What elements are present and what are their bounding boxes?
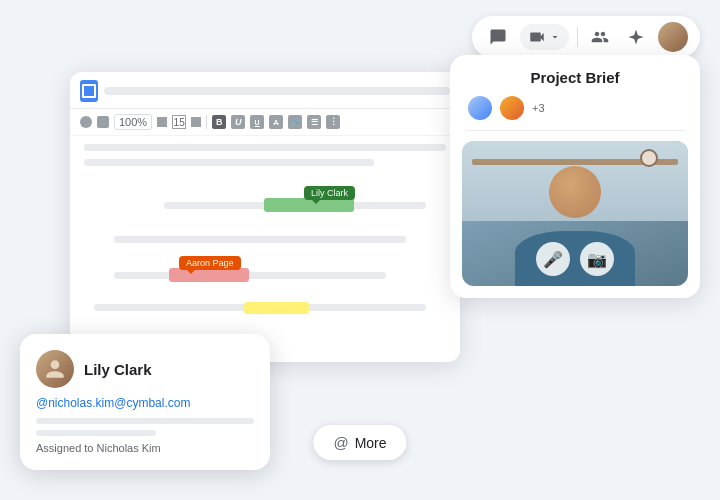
gantt-bg-3 <box>114 272 386 279</box>
doc-line-1 <box>84 144 446 151</box>
person-face <box>549 166 601 218</box>
undo-icon[interactable] <box>97 116 109 128</box>
minus-icon[interactable] <box>157 117 167 127</box>
avatar-1 <box>466 94 494 122</box>
more-options-button[interactable]: ⋮ <box>326 115 340 129</box>
avatar-1-img <box>468 96 492 120</box>
cam-icon: 📷 <box>587 250 607 269</box>
bold-button[interactable]: B <box>212 115 226 129</box>
gantt-bar-yellow <box>244 302 309 314</box>
meet-divider <box>466 130 684 131</box>
underline-button[interactable]: U <box>250 115 264 129</box>
gantt-row-aaron: Aaron Page <box>84 256 446 294</box>
toolbar-separator <box>577 27 578 47</box>
doc-header <box>70 72 460 109</box>
more-button[interactable]: @ More <box>313 425 406 460</box>
font-size-box[interactable]: 15 <box>172 115 186 129</box>
link-button[interactable]: 🔗 <box>288 115 302 129</box>
aaron-page-label: Aaron Page <box>179 256 241 270</box>
contact-name: Lily Clark <box>84 361 152 378</box>
toolbar-sep-1 <box>206 115 207 129</box>
top-toolbar <box>472 16 700 58</box>
zoom-level[interactable]: 100% <box>114 114 152 130</box>
gantt-chart: Lily Clark Aaron Page <box>70 182 460 312</box>
gantt-row-lily: Lily Clark <box>84 186 446 224</box>
doc-panel: 100% 15 B U U A 🔗 ☰ ⋮ Lily Clark Aa <box>70 72 460 362</box>
contact-card: Lily Clark @nicholas.kim@cymbal.com Assi… <box>20 334 270 470</box>
doc-toolbar-row: 100% 15 B U U A 🔗 ☰ ⋮ <box>70 109 460 136</box>
sparkle-icon-button[interactable] <box>622 23 650 51</box>
contact-email[interactable]: @nicholas.kim@cymbal.com <box>36 396 254 410</box>
mic-icon: 🎤 <box>543 250 563 269</box>
doc-content-area <box>70 136 460 182</box>
strikethrough-button[interactable]: A <box>269 115 283 129</box>
avatar-2 <box>498 94 526 122</box>
search-icon[interactable] <box>80 116 92 128</box>
doc-line-2 <box>84 159 374 166</box>
gantt-row-4 <box>84 298 446 316</box>
user-avatar[interactable] <box>658 22 688 52</box>
meet-controls: 🎤 📷 <box>536 242 614 276</box>
meet-plus-count: +3 <box>532 102 545 114</box>
contact-line-1 <box>36 418 254 424</box>
avatar-2-img <box>500 96 524 120</box>
meet-panel: Project Brief +3 🎤 📷 <box>450 55 700 298</box>
at-symbol: @ <box>333 434 348 451</box>
meet-header: Project Brief +3 <box>450 55 700 130</box>
contact-header: Lily Clark <box>36 350 254 388</box>
meet-avatars: +3 <box>466 94 684 122</box>
contact-avatar <box>36 350 74 388</box>
google-docs-logo <box>80 80 98 102</box>
contact-assigned: Assigned to Nicholas Kim <box>36 442 254 454</box>
mic-button[interactable]: 🎤 <box>536 242 570 276</box>
more-label: More <box>355 435 387 451</box>
gantt-bar-lily <box>264 198 354 212</box>
gantt-row-2 <box>84 228 446 252</box>
people-icon-button[interactable] <box>586 23 614 51</box>
list-button[interactable]: ☰ <box>307 115 321 129</box>
kitchen-clock <box>640 149 658 167</box>
gantt-bar-aaron <box>169 268 249 282</box>
lily-clark-label: Lily Clark <box>304 186 355 200</box>
cam-button[interactable]: 📷 <box>580 242 614 276</box>
plus-icon[interactable] <box>191 117 201 127</box>
camera-button[interactable] <box>520 24 569 50</box>
meet-title: Project Brief <box>466 69 684 86</box>
gantt-bg-2 <box>114 236 406 243</box>
italic-button[interactable]: U <box>231 115 245 129</box>
contact-line-2 <box>36 430 156 436</box>
meet-video: 🎤 📷 <box>462 141 688 286</box>
chat-icon-button[interactable] <box>484 23 512 51</box>
doc-title <box>104 87 450 95</box>
